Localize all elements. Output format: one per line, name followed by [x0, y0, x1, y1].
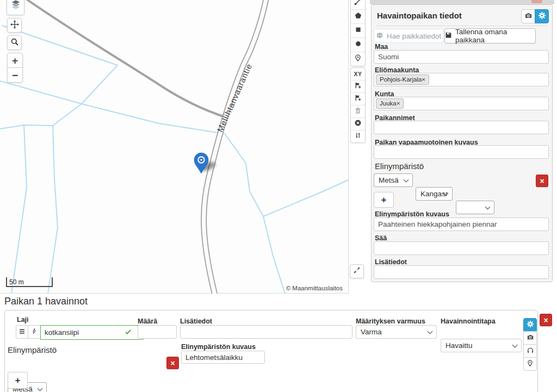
habitat-select-1[interactable]: Metsä — [374, 173, 413, 187]
draw-circle-button[interactable] — [351, 38, 365, 52]
municipality-input[interactable]: Juuka× — [374, 97, 549, 110]
weather-label: Sää — [375, 234, 387, 242]
observations-heading: Paikan 1 havainnot — [4, 296, 88, 307]
headphones-icon — [527, 346, 534, 356]
map-stream-lines — [0, 26, 348, 294]
draw-polygon-button[interactable] — [351, 10, 365, 24]
certainty-label: Määrityksen varmuus — [356, 318, 425, 325]
draw-rectangle-button[interactable] — [351, 24, 365, 38]
expand-icon — [353, 266, 361, 276]
habitat-select-3[interactable] — [456, 201, 494, 214]
species-list-button[interactable] — [16, 325, 28, 339]
draw-toolbar-group-1 — [350, 0, 366, 66]
habitat-select-2-value: Kangasr — [420, 190, 448, 198]
road-label: Mellihtanvaarantie — [215, 62, 254, 133]
province-tag[interactable]: Pohjois-Karjala× — [376, 74, 429, 85]
clear-all-button[interactable] — [351, 118, 365, 130]
certainty-select[interactable]: Varma — [356, 325, 437, 339]
map-search-button[interactable] — [7, 35, 22, 50]
habitat-add-button[interactable]: + — [374, 192, 394, 208]
panel-notes-input[interactable] — [374, 265, 549, 279]
trash-icon — [354, 107, 362, 117]
map-main-road — [204, 0, 267, 294]
panel-title: Havaintopaikan tiedot — [377, 11, 462, 20]
obs-images-button[interactable] — [523, 331, 537, 345]
reverse-order-button[interactable] — [351, 130, 365, 142]
species-label: Laji — [17, 316, 29, 323]
layers-button[interactable] — [7, 0, 24, 15]
hamburger-icon — [18, 327, 26, 337]
free-description-input[interactable] — [374, 145, 549, 159]
habitat-description-label: Elinympäristön kuvaus — [375, 210, 449, 218]
certainty-value: Varma — [361, 328, 382, 336]
observation-tools — [523, 318, 537, 371]
count-label: Määrä — [138, 318, 157, 325]
obs-remove-button[interactable]: × — [540, 314, 552, 326]
gear-icon — [527, 320, 534, 330]
obs-notes-input[interactable] — [180, 325, 352, 339]
place-names-input[interactable] — [374, 121, 549, 134]
zoom-out-button[interactable]: − — [7, 67, 23, 83]
zoom-out-label: − — [12, 70, 18, 80]
place-images-button[interactable] — [521, 9, 535, 23]
obs-habitat-description-label: Elinympäristön kuvaus — [181, 343, 256, 351]
previous-card-edge — [370, 0, 554, 4]
obs-settings-button[interactable] — [523, 318, 537, 332]
gear-icon — [538, 11, 546, 22]
country-input[interactable] — [374, 50, 549, 64]
obs-habitat-add-button[interactable]: + — [8, 372, 28, 389]
map-main-road-casing — [204, 0, 267, 294]
delete-geometry-button[interactable] — [351, 105, 365, 118]
circle-x-icon — [354, 119, 362, 129]
circle-icon — [354, 40, 362, 50]
rectangle-icon — [354, 26, 362, 36]
up-down-arrows-icon — [354, 132, 362, 141]
province-input[interactable]: Pohjois-Karjala× — [374, 73, 549, 86]
save-as-own-place-button[interactable]: Tallenna omana paikkana — [444, 28, 536, 43]
fullscreen-button[interactable] — [350, 264, 364, 278]
scale-bar: 50 m — [7, 277, 52, 287]
habitat-heading: Elinympäristö — [375, 161, 424, 171]
habitat-description-input[interactable] — [374, 217, 549, 231]
method-value: Havaittu — [445, 341, 473, 350]
obs-habitat-description-input[interactable] — [181, 351, 265, 364]
count-input[interactable] — [138, 325, 177, 339]
draw-marker-button[interactable] — [351, 52, 365, 66]
panel-notes-label: Lisätiedot — [375, 258, 407, 266]
draw-toolbar-group-2: XY — [350, 67, 366, 143]
method-select[interactable]: Havaittu — [441, 339, 522, 352]
lightning-icon — [31, 327, 38, 337]
import-marker-secondary-button[interactable] — [351, 93, 365, 105]
polygon-icon — [354, 11, 362, 22]
obs-audio-button[interactable] — [523, 344, 537, 358]
obs-location-button[interactable] — [523, 357, 537, 371]
fetch-place-info-button[interactable]: Hae paikkatiedot — [374, 29, 443, 43]
obs-habitat-remove-button[interactable]: × — [166, 357, 179, 369]
map-canvas[interactable]: Mellihtanvaarantie 50 m © Maanmittauslai… — [0, 0, 349, 294]
place-settings-button[interactable] — [535, 9, 549, 23]
marker-icon — [527, 359, 534, 369]
previous-card-close-remnant — [531, 0, 542, 3]
import-marker-button[interactable] — [351, 80, 365, 93]
observation-row-panel: Laji Määrä Lisätiedot Määrityksen varmuu… — [4, 310, 538, 392]
place-info-panel: Havaintopaikan tiedot Hae paikkatiedot T… — [371, 4, 553, 282]
scale-label: 50 m — [9, 278, 24, 286]
species-quick-button[interactable] — [28, 325, 41, 339]
marker-icon — [354, 54, 362, 64]
pan-button[interactable] — [7, 18, 22, 33]
panel-divider — [377, 26, 548, 26]
habitat-remove-button[interactable]: × — [536, 175, 548, 187]
draw-line-button[interactable] — [351, 0, 365, 10]
obs-notes-label: Lisätiedot — [180, 318, 212, 325]
xy-label: XY — [354, 71, 362, 77]
habitat-select-2[interactable]: Kangasr — [416, 187, 453, 201]
zoom-in-button[interactable]: + — [7, 53, 23, 68]
search-icon — [10, 38, 19, 48]
flag-plus-icon — [354, 94, 362, 104]
zoom-in-label: + — [12, 55, 18, 66]
map-attribution: © Maanmittauslaitos — [286, 285, 343, 291]
line-icon — [354, 0, 362, 8]
weather-input[interactable] — [374, 241, 549, 255]
municipality-tag[interactable]: Juuka× — [376, 98, 404, 109]
coordinates-xy-button[interactable]: XY — [351, 68, 365, 80]
